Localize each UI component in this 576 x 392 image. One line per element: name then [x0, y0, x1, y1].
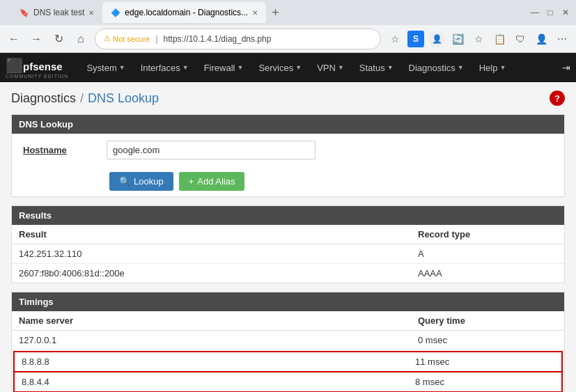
breadcrumb-parent: Diagnostics: [11, 91, 76, 106]
close-button[interactable]: ✕: [561, 8, 570, 17]
timings-table-header: Name server Query time: [12, 311, 564, 331]
nav-help[interactable]: Help ▼: [472, 58, 513, 77]
nav-status[interactable]: Status ▼: [352, 58, 400, 77]
tab1-title: DNS leak test: [33, 8, 84, 17]
more-icon[interactable]: ⋯: [554, 31, 570, 47]
col-record-header: Record type: [418, 229, 557, 240]
nav-firewall-label: Firewall: [204, 63, 235, 73]
timings-header: Timings: [12, 292, 564, 311]
tab-pfsense[interactable]: 🔷 edge.localdomain - Diagnostics... ✕: [102, 2, 266, 23]
dns-lookup-header: DNS Lookup: [12, 115, 564, 134]
collections-icon[interactable]: 📋: [491, 31, 508, 47]
security-warning: ⚠ Not secure: [104, 34, 150, 43]
timing-2-querytime: 8 msec: [415, 377, 554, 387]
address-url: https://10.1.4.1/diag_dns.php: [164, 34, 272, 44]
timing-0-querytime: 0 msec: [418, 335, 557, 345]
warning-icon: ⚠: [104, 34, 111, 43]
profile-icon[interactable]: 👤: [428, 31, 445, 47]
add-alias-button[interactable]: + Add Alias: [179, 172, 245, 191]
maximize-button[interactable]: □: [545, 8, 555, 17]
timing-row-1: 8.8.8.8 11 msec: [13, 351, 563, 373]
forward-button[interactable]: →: [28, 31, 45, 47]
timing-row-0: 127.0.0.1 0 msec: [12, 331, 564, 350]
security-label: Not secure: [113, 35, 150, 43]
pfsense-logo-text: ⬛pfsense: [6, 57, 68, 74]
nav-vpn[interactable]: VPN ▼: [310, 58, 351, 77]
back-button[interactable]: ←: [6, 31, 22, 47]
dns-lookup-section: DNS Lookup Hostname 🔍 Lookup + Add Alias: [11, 114, 565, 197]
nav-diagnostics-arrow: ▼: [458, 64, 464, 71]
plus-icon: +: [189, 176, 194, 187]
nav-services-label: Services: [258, 63, 293, 73]
timings-section: Timings Name server Query time 127.0.0.1…: [11, 292, 565, 392]
tab2-close[interactable]: ✕: [252, 9, 258, 17]
result-0-value: 142.251.32.110: [19, 249, 418, 259]
nav-firewall[interactable]: Firewall ▼: [197, 58, 251, 77]
favorites-icon[interactable]: ☆: [470, 31, 487, 47]
shield-icon[interactable]: 🛡: [512, 31, 529, 47]
nav-help-arrow: ▼: [499, 64, 506, 71]
nav-firewall-arrow: ▼: [237, 64, 243, 71]
nav-interfaces[interactable]: Interfaces ▼: [134, 58, 196, 77]
help-button[interactable]: ?: [550, 91, 565, 106]
user-icon[interactable]: 👤: [533, 31, 550, 47]
nav-diagnostics[interactable]: Diagnostics ▼: [402, 58, 471, 77]
pfsense-logo: ⬛pfsense COMMUNITY EDITION: [6, 57, 68, 79]
tab-dns-leak[interactable]: 🔖 DNS leak test ✕: [11, 2, 102, 23]
nav-interfaces-label: Interfaces: [141, 63, 180, 73]
timing-1-querytime: 11 msec: [415, 356, 554, 367]
pfsense-navbar: ⬛pfsense COMMUNITY EDITION System ▼ Inte…: [0, 53, 576, 82]
new-tab-button[interactable]: +: [266, 3, 285, 23]
lookup-button[interactable]: 🔍 Lookup: [109, 172, 173, 191]
window-controls: — □ ✕: [530, 8, 570, 17]
results-table-header: Result Record type: [12, 225, 564, 244]
tab2-favicon: 🔷: [111, 8, 120, 17]
nav-items: System ▼ Interfaces ▼ Firewall ▼ Service…: [79, 58, 562, 77]
breadcrumb-current: DNS Lookup: [88, 91, 159, 106]
hostname-input[interactable]: [107, 141, 316, 159]
nav-diagnostics-label: Diagnostics: [409, 63, 456, 73]
title-bar: 🔖 DNS leak test ✕ 🔷 edge.localdomain - D…: [0, 0, 576, 25]
result-1-value: 2607:f8b0:4006:81d::200e: [19, 268, 418, 279]
tab1-favicon: 🔖: [20, 8, 29, 17]
address-bar[interactable]: ⚠ Not secure | https://10.1.4.1/diag_dns…: [95, 29, 381, 49]
timing-2-nameserver: 8.8.4.4: [22, 377, 415, 387]
sidebar-icon[interactable]: S: [407, 31, 424, 47]
nav-services-arrow: ▼: [295, 64, 302, 71]
separator: |: [155, 33, 157, 44]
result-1-record: AAAA: [418, 268, 557, 279]
timing-0-nameserver: 127.0.0.1: [19, 335, 418, 345]
timing-row-2: 8.8.4.4 8 msec: [13, 373, 563, 392]
nav-help-label: Help: [479, 63, 498, 73]
search-icon: 🔍: [119, 176, 130, 187]
hostname-row: Hostname: [12, 134, 564, 166]
nav-vpn-label: VPN: [317, 63, 336, 73]
nav-status-label: Status: [359, 63, 385, 73]
breadcrumb-separator: /: [80, 91, 84, 106]
col-nameserver-header: Name server: [19, 315, 418, 326]
logout-button[interactable]: ⇥: [562, 62, 570, 73]
tab-bar: 🔖 DNS leak test ✕ 🔷 edge.localdomain - D…: [6, 2, 530, 23]
address-bar-row: ← → ↻ ⌂ ⚠ Not secure | https://10.1.4.1/…: [0, 25, 576, 53]
refresh-button[interactable]: ↻: [50, 31, 67, 47]
home-button[interactable]: ⌂: [72, 31, 89, 47]
nav-system-label: System: [86, 63, 116, 73]
hostname-label: Hostname: [23, 145, 107, 155]
nav-interfaces-arrow: ▼: [182, 64, 189, 71]
page-content: Diagnostics / DNS Lookup ? DNS Lookup Ho…: [0, 82, 576, 392]
col-result-header: Result: [19, 229, 418, 240]
nav-services[interactable]: Services ▼: [251, 58, 309, 77]
nav-vpn-arrow: ▼: [338, 64, 344, 71]
tab1-close[interactable]: ✕: [88, 9, 94, 17]
col-querytime-header: Query time: [418, 315, 557, 326]
pfsense-logo-edition: COMMUNITY EDITION: [6, 74, 68, 79]
nav-system[interactable]: System ▼: [79, 58, 132, 77]
star-icon[interactable]: ☆: [387, 31, 403, 47]
sync-icon[interactable]: 🔄: [449, 31, 466, 47]
nav-system-arrow: ▼: [119, 64, 125, 71]
minimize-button[interactable]: —: [530, 8, 540, 17]
logout-icon: ⇥: [562, 62, 570, 73]
result-row-0: 142.251.32.110 A: [12, 244, 564, 264]
button-row: 🔍 Lookup + Add Alias: [12, 166, 564, 196]
results-header: Results: [12, 206, 564, 225]
